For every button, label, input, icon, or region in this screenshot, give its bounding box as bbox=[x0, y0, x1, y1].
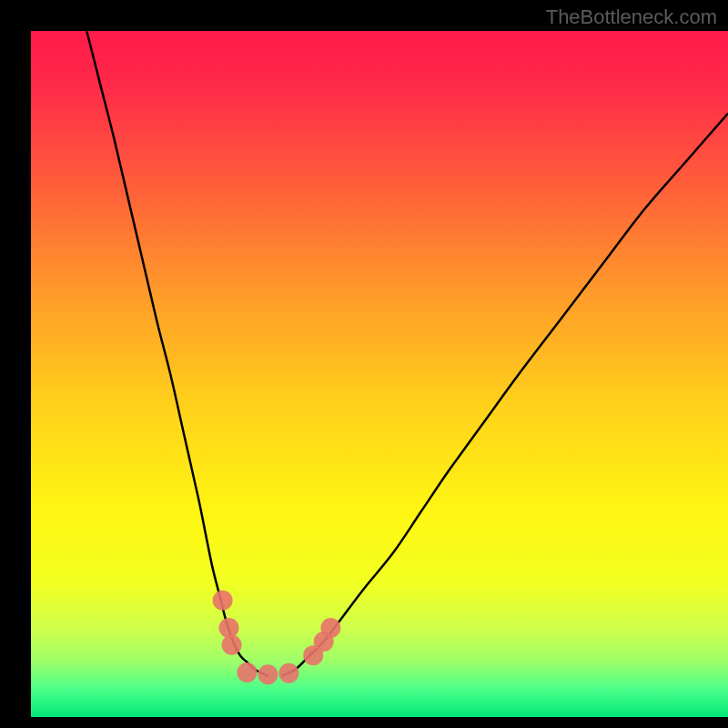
data-point bbox=[278, 663, 298, 683]
data-point bbox=[320, 618, 340, 638]
data-point bbox=[237, 662, 257, 682]
data-point bbox=[219, 618, 239, 638]
chart-svg bbox=[0, 0, 728, 728]
watermark-text: TheBottleneck.com bbox=[546, 5, 717, 29]
data-point bbox=[258, 664, 278, 684]
data-point bbox=[222, 635, 242, 655]
data-point bbox=[213, 591, 233, 611]
plot-background bbox=[31, 31, 728, 717]
